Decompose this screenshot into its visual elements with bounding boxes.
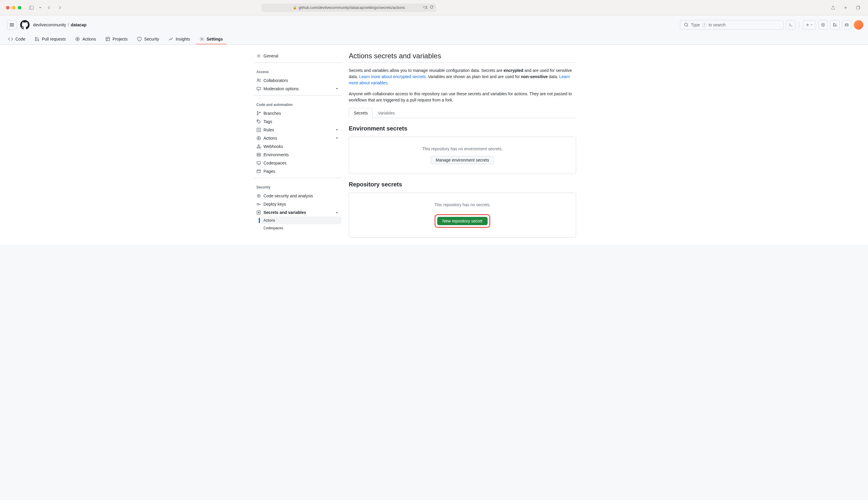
tabs-icon[interactable] bbox=[854, 4, 862, 11]
chevron-up-icon bbox=[335, 210, 339, 215]
settings-sidebar: General Access Collaborators Moderation … bbox=[254, 52, 342, 238]
tab-variables[interactable]: Variables bbox=[373, 108, 400, 118]
breadcrumb-sep: / bbox=[68, 22, 69, 27]
svg-point-35 bbox=[257, 203, 259, 205]
svg-point-9 bbox=[35, 37, 36, 38]
user-avatar[interactable] bbox=[854, 20, 863, 30]
sidebar-item-codespaces[interactable]: Codespaces bbox=[254, 159, 342, 167]
sidebar-item-pages[interactable]: Pages bbox=[254, 167, 342, 175]
chevron-down-icon bbox=[335, 87, 339, 91]
sidebar-item-webhooks[interactable]: Webhooks bbox=[254, 142, 342, 151]
translate-icon[interactable]: ᴬ文 bbox=[423, 5, 428, 10]
people-icon bbox=[256, 78, 261, 83]
svg-point-6 bbox=[833, 23, 835, 25]
sidebar-item-deploy-keys[interactable]: Deploy keys bbox=[254, 200, 342, 208]
svg-rect-13 bbox=[106, 37, 110, 41]
server-icon bbox=[256, 152, 261, 157]
search-icon bbox=[684, 22, 689, 27]
sidebar-item-general[interactable]: General bbox=[254, 52, 342, 60]
svg-rect-30 bbox=[257, 161, 260, 164]
svg-point-5 bbox=[823, 25, 824, 25]
key-icon bbox=[256, 202, 261, 206]
close-window-button[interactable] bbox=[6, 6, 10, 10]
menu-button[interactable] bbox=[7, 20, 16, 30]
repo-secrets-title: Repository secrets bbox=[349, 181, 576, 188]
gear-icon bbox=[200, 37, 204, 42]
sidebar-heading-code: Code and automation bbox=[254, 98, 342, 109]
github-logo-icon[interactable] bbox=[20, 20, 30, 30]
sidebar-heading-access: Access bbox=[254, 65, 342, 76]
lock-icon: 🔒 bbox=[293, 5, 297, 10]
svg-rect-31 bbox=[257, 170, 260, 173]
sidebar-item-environments[interactable]: Environments bbox=[254, 151, 342, 159]
minimize-window-button[interactable] bbox=[12, 6, 15, 10]
sidebar-item-rules[interactable]: Rules bbox=[254, 126, 342, 134]
browser-icon bbox=[256, 169, 261, 174]
url-text: github.com/devlivecommunity/datacap/sett… bbox=[299, 5, 405, 10]
tab-actions[interactable]: Actions bbox=[71, 34, 99, 44]
learn-secrets-link[interactable]: Learn more about encrypted secrets bbox=[359, 74, 426, 79]
owner-link[interactable]: devlivecommunity bbox=[33, 22, 66, 27]
svg-rect-23 bbox=[257, 128, 260, 132]
sidebar-item-branches[interactable]: Branches bbox=[254, 109, 342, 117]
svg-point-20 bbox=[257, 114, 258, 115]
search-slash-hint: / bbox=[702, 23, 706, 27]
sidebar-item-collaborators[interactable]: Collaborators bbox=[254, 76, 342, 84]
sidebar-toggle-icon[interactable] bbox=[27, 4, 35, 11]
svg-rect-28 bbox=[257, 153, 260, 155]
tab-insights[interactable]: Insights bbox=[165, 34, 193, 44]
sidebar-item-actions[interactable]: Actions bbox=[254, 134, 342, 142]
sidebar-subitem-codespaces[interactable]: Codespaces bbox=[261, 224, 342, 232]
search-placeholder-prefix: Type bbox=[691, 22, 700, 27]
sidebar-subitem-actions[interactable]: Actions bbox=[261, 217, 342, 224]
page-title: Actions secrets and variables bbox=[349, 52, 576, 63]
repo-link[interactable]: datacap bbox=[71, 22, 87, 27]
rules-icon bbox=[256, 127, 261, 132]
tab-projects[interactable]: Projects bbox=[102, 34, 131, 44]
divider bbox=[254, 62, 342, 63]
sidebar-item-secrets-variables[interactable]: Secrets and variables bbox=[254, 208, 342, 217]
svg-point-33 bbox=[257, 194, 260, 197]
pull-request-icon bbox=[35, 37, 40, 42]
create-new-button[interactable] bbox=[803, 20, 816, 30]
maximize-window-button[interactable] bbox=[18, 6, 21, 10]
back-button[interactable] bbox=[45, 4, 53, 11]
tab-settings[interactable]: Settings bbox=[196, 34, 226, 44]
sidebar-item-moderation[interactable]: Moderation options bbox=[254, 84, 342, 93]
sidebar-item-code-security[interactable]: Code security and analysis bbox=[254, 192, 342, 200]
forward-button[interactable] bbox=[56, 4, 64, 11]
command-palette-button[interactable] bbox=[786, 20, 795, 30]
url-bar[interactable]: 🔒 github.com/devlivecommunity/datacap/se… bbox=[261, 3, 436, 12]
issues-button[interactable] bbox=[818, 20, 828, 30]
svg-point-3 bbox=[685, 23, 687, 26]
scan-icon bbox=[256, 193, 261, 198]
new-repository-secret-button[interactable]: New repository secret bbox=[437, 217, 487, 225]
code-icon bbox=[8, 37, 13, 42]
chevron-down-icon bbox=[335, 136, 339, 140]
svg-point-26 bbox=[259, 147, 260, 148]
search-input[interactable]: Type / to search bbox=[680, 20, 783, 30]
tab-security[interactable]: Security bbox=[134, 34, 163, 44]
reload-icon[interactable] bbox=[430, 5, 434, 10]
repo-secrets-box: This repository has no secrets. New repo… bbox=[349, 193, 576, 238]
chevron-down-icon[interactable] bbox=[38, 4, 43, 11]
tab-secrets[interactable]: Secrets bbox=[349, 108, 373, 118]
pull-requests-button[interactable] bbox=[830, 20, 839, 30]
divider bbox=[254, 95, 342, 95]
traffic-lights bbox=[6, 6, 21, 10]
header-separator bbox=[799, 22, 799, 28]
share-icon[interactable] bbox=[829, 4, 837, 11]
sidebar-item-tags[interactable]: Tags bbox=[254, 117, 342, 126]
webhook-icon bbox=[256, 144, 261, 149]
tab-pull-requests[interactable]: Pull requests bbox=[31, 34, 69, 44]
browser-chrome: 🔒 github.com/devlivecommunity/datacap/se… bbox=[0, 0, 868, 15]
asterisk-icon bbox=[256, 210, 261, 215]
notifications-button[interactable] bbox=[842, 20, 852, 30]
repo-empty-text: This repository has no secrets. bbox=[358, 202, 566, 207]
tab-code[interactable]: Code bbox=[5, 34, 29, 44]
svg-point-22 bbox=[258, 121, 258, 121]
manage-env-secrets-button[interactable]: Manage environment secrets bbox=[431, 156, 494, 164]
project-icon bbox=[105, 37, 110, 42]
svg-point-7 bbox=[833, 25, 835, 27]
new-tab-icon[interactable] bbox=[841, 4, 850, 11]
